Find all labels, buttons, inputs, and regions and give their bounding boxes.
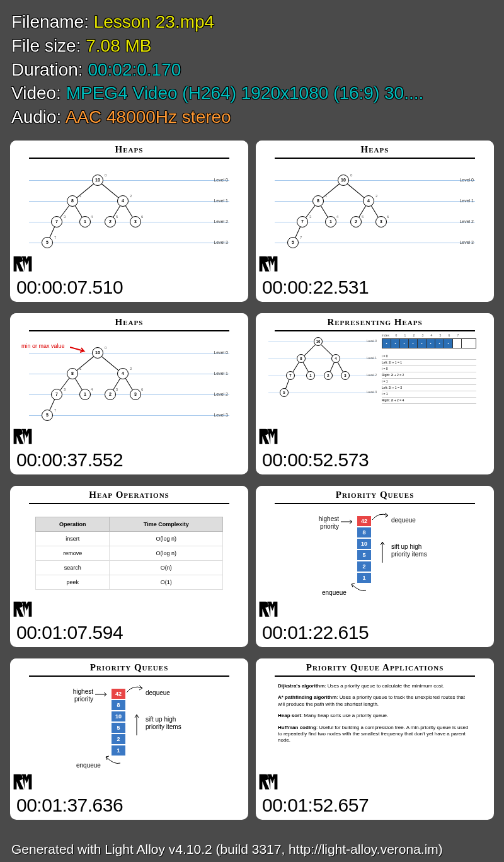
video-value: MPEG4 Video (H264) 1920x1080 (16:9) 30..… [66,83,424,103]
node-index: 6 [141,215,143,219]
thumbnail-card: Heaps Level 0Level 1Level 2Level 3100814… [10,141,248,302]
table-cell: O(1) [110,575,223,589]
timestamp-label: 00:00:37.552 [10,447,248,474]
node-index: 1 [79,194,81,198]
heap-tree-diagram: Level 0Level 1Level 2Level 3100814273142… [10,338,248,426]
table-cell: insert [36,531,110,546]
table-cell: search [36,560,110,575]
timestamp-label: 00:01:52.657 [256,792,494,820]
node-index: 4 [91,215,93,219]
highest-arrow-icon [341,519,355,525]
table-row: searchO(n) [36,560,223,575]
node-index: 7 [54,408,56,412]
tree-node: 3 [375,216,387,227]
slide-title: Priority Queue Applications [256,658,494,673]
thumbnail-card: Heaps Level 0Level 1Level 2Level 3100814… [10,313,248,474]
level-label: Level 2 [459,219,474,224]
thumbnail-frame: Heaps Level 0Level 1Level 2Level 3100814… [256,141,494,274]
array-cell: • [391,339,400,348]
formula-line: i = 1 [382,379,476,385]
level-label: Level 0 [214,178,228,182]
level-label: Level 2 [214,392,228,396]
filename-row: Filename: Lesson 23.mp4 [11,10,493,34]
enqueue-arrow-icon [105,754,123,766]
tree-node: 7 [51,216,62,227]
thumbnail-card: Heaps Level 0Level 1Level 2Level 3100814… [256,141,494,302]
timestamp-label: 00:00:52.573 [256,447,494,474]
pq-item: 8 [111,699,126,711]
array-cell: • [435,339,444,348]
timestamp-label: 00:01:07.594 [10,619,248,647]
pq-stack: 42810521 [357,515,372,583]
formula-line: Left: 2i + 1 = 1 [382,360,476,366]
index-formulas: i = 0Left: 2i + 1 = 1i = 0Right: 2i + 2 … [382,353,476,404]
dequeue-arrow-icon [372,510,391,523]
dequeue-label: dequeue [391,517,416,524]
node-index: 4 [336,215,338,219]
tree-node: 4 [363,195,374,207]
sift-arrow-icon [379,539,387,564]
filename-value: Lesson 23.mp4 [94,12,214,32]
tree-node: 3 [130,389,141,400]
timestamp-label: 00:01:22.615 [256,619,494,647]
file-metadata-header: Filename: Lesson 23.mp4 File size: 7.08 … [0,0,504,135]
formula-line: i = 0 [382,366,476,372]
pq-item: 5 [111,722,126,733]
rw-logo-icon [13,772,33,791]
operations-table: OperationTime ComplexityinsertO(log n)re… [35,517,223,590]
slide-title: Representing Heaps [256,313,494,328]
rw-logo-icon [13,427,33,445]
node-index: 2 [375,194,377,198]
sift-label: sift up high priority items [391,543,442,558]
table-cell: O(log n) [110,546,223,560]
filesize-value: 7.08 MB [86,36,151,55]
node-index: 6 [141,388,143,391]
tree-node: 7 [297,216,308,227]
node-index: 7 [54,236,56,239]
array-cell: • [400,339,409,348]
tree-node: 2 [350,216,362,227]
node-index: 2 [130,194,132,198]
highest-priority-label: highest priority [55,688,93,703]
tree-node: 8 [67,195,78,207]
slide-title: Heap Operations [10,486,248,500]
node-index: 0 [350,173,352,177]
thumbnail-frame: Heaps Level 0Level 1Level 2Level 3100814… [10,313,248,447]
video-row: Video: MPEG4 Video (H264) 1920x1080 (16:… [11,81,493,105]
level-label: Level 1 [214,198,228,203]
slide-title: Heaps [10,141,248,155]
node-index: 7 [300,236,302,239]
tree-node: 5 [42,237,53,248]
duration-row: Duration: 00:02:0.170 [11,58,493,82]
heap-array: •••••••• [382,338,476,348]
filesize-row: File size: 7.08 MB [11,34,493,58]
enqueue-label: enqueue [76,762,101,769]
timestamp-label: 00:00:22.531 [256,274,494,302]
small-heap-tree: Level 0Level 1Level 2Level 3108471235 [268,332,369,401]
level-label: Level 0 [459,178,474,182]
tree-node: 5 [42,410,53,421]
formula-line: i = 0 [382,353,476,360]
video-label: Video: [11,83,66,103]
node-index: 1 [325,194,327,198]
array-index: 6 [445,333,454,337]
enqueue-arrow-icon [350,581,369,594]
highest-priority-label: highest priority [301,515,339,531]
rw-logo-icon [13,254,33,273]
pq-item: 10 [357,538,372,549]
slide-title: Priority Queues [10,658,248,673]
thumbnail-frame: Priority Queue Applications Dijkstra's a… [256,658,494,792]
tree-node: 1 [79,216,91,227]
duration-label: Duration: [11,60,88,79]
array-cell: • [418,339,427,348]
level-label: Level 0 [214,350,228,355]
arrow-icon [70,345,89,355]
pq-item: 42 [357,515,372,527]
formula-line: Right: 2i + 2 = 4 [382,398,476,404]
array-index: 7 [454,333,462,337]
node-index: 3 [309,215,311,219]
tree-node: 3 [130,216,141,227]
table-header: Operation [36,517,110,531]
pq-item: 42 [111,688,126,699]
thumbnail-card: Heap Operations OperationTime Complexity… [10,486,248,647]
